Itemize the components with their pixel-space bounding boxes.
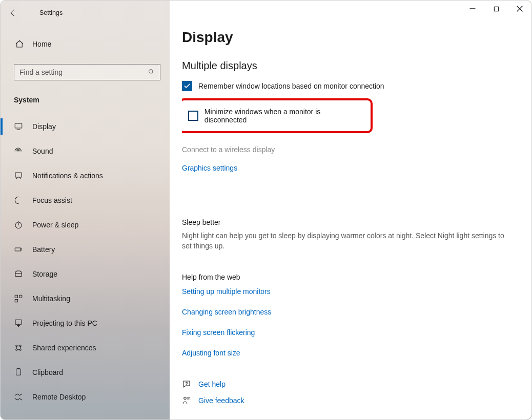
help-link[interactable]: Setting up multiple monitors bbox=[182, 287, 519, 296]
window-controls bbox=[461, 1, 531, 17]
get-help-row[interactable]: Get help bbox=[182, 380, 519, 389]
sidebar-home[interactable]: Home bbox=[1, 32, 170, 56]
nav-icon bbox=[14, 294, 23, 303]
help-link[interactable]: Changing screen brightness bbox=[182, 308, 519, 316]
nav-icon bbox=[14, 220, 23, 229]
nav-label: Sound bbox=[32, 147, 53, 155]
sidebar-item-battery[interactable]: Battery bbox=[1, 237, 170, 262]
section-multiple-displays: Multiple displays bbox=[182, 60, 519, 72]
svg-rect-8 bbox=[15, 320, 22, 324]
sidebar-item-remote-desktop[interactable]: Remote Desktop bbox=[1, 385, 170, 409]
nav-icon bbox=[14, 122, 23, 131]
back-button[interactable] bbox=[1, 1, 25, 25]
sidebar-item-projecting-to-this-pc[interactable]: Projecting to this PC bbox=[1, 311, 170, 335]
nav-label: Shared experiences bbox=[32, 344, 96, 352]
sidebar-item-sound[interactable]: Sound bbox=[1, 139, 170, 163]
nav-label: Clipboard bbox=[32, 368, 63, 376]
page-title: Display bbox=[182, 29, 519, 46]
sidebar-item-notifications-actions[interactable]: Notifications & actions bbox=[1, 163, 170, 188]
sidebar-item-focus-assist[interactable]: Focus assist bbox=[1, 188, 170, 213]
footer-links: Get help Give feedback bbox=[182, 380, 519, 405]
svg-point-16 bbox=[184, 397, 187, 400]
help-link[interactable]: Adjusting font size bbox=[182, 349, 519, 357]
give-feedback-row[interactable]: Give feedback bbox=[182, 396, 519, 405]
section-sleep-better: Sleep better bbox=[182, 218, 519, 226]
sidebar-item-display[interactable]: Display bbox=[1, 114, 170, 139]
nav-label: Display bbox=[32, 122, 56, 131]
checkbox-remember-locations[interactable]: Remember window locations based on monit… bbox=[182, 81, 519, 91]
search-box[interactable] bbox=[14, 64, 160, 80]
nav-icon bbox=[14, 171, 23, 180]
main-body: Display Multiple displays Remember windo… bbox=[182, 29, 519, 419]
nav-label: Projecting to this PC bbox=[32, 319, 97, 327]
svg-rect-1 bbox=[15, 123, 22, 128]
window-title: Settings bbox=[25, 9, 63, 16]
give-feedback-link[interactable]: Give feedback bbox=[198, 396, 244, 405]
sidebar-nav: DisplaySoundNotifications & actionsFocus… bbox=[1, 114, 170, 409]
checkbox-minimize-on-disconnect[interactable]: Minimize windows when a monitor is disco… bbox=[182, 98, 373, 133]
nav-icon bbox=[14, 245, 23, 254]
nav-label: Power & sleep bbox=[32, 221, 78, 229]
svg-rect-4 bbox=[15, 248, 21, 251]
maximize-button[interactable] bbox=[484, 1, 508, 17]
sidebar-body: Home System DisplaySoundNotifications & … bbox=[1, 25, 170, 419]
svg-rect-13 bbox=[16, 369, 21, 375]
nav-label: Remote Desktop bbox=[32, 393, 86, 401]
nav-label: Notifications & actions bbox=[32, 172, 103, 180]
sidebar-item-multitasking[interactable]: Multitasking bbox=[1, 286, 170, 311]
svg-rect-5 bbox=[15, 295, 17, 298]
get-help-link[interactable]: Get help bbox=[198, 380, 226, 388]
sleep-better-body: Night light can help you get to sleep by… bbox=[182, 230, 510, 251]
checkbox-icon bbox=[188, 111, 198, 121]
nav-icon bbox=[14, 343, 23, 352]
help-links: Setting up multiple monitorsChanging scr… bbox=[182, 285, 519, 362]
nav-label: Battery bbox=[32, 245, 55, 254]
checkbox-label: Remember window locations based on monit… bbox=[198, 82, 384, 90]
help-icon bbox=[182, 380, 191, 389]
sidebar-item-clipboard[interactable]: Clipboard bbox=[1, 360, 170, 385]
nav-label: Focus assist bbox=[32, 196, 72, 204]
svg-rect-2 bbox=[15, 173, 22, 177]
nav-icon bbox=[14, 319, 23, 328]
nav-icon bbox=[14, 368, 23, 377]
svg-rect-7 bbox=[15, 300, 17, 302]
nav-icon bbox=[14, 269, 23, 279]
nav-icon bbox=[14, 196, 23, 205]
minimize-button[interactable] bbox=[461, 1, 484, 17]
home-icon bbox=[15, 39, 24, 49]
connect-wireless-display: Connect to a wireless display bbox=[182, 145, 519, 154]
help-link[interactable]: Fixing screen flickering bbox=[182, 328, 519, 337]
nav-label: Storage bbox=[32, 270, 57, 278]
feedback-icon bbox=[182, 396, 191, 405]
section-help-from-web: Help from the web bbox=[182, 273, 519, 281]
search-input[interactable] bbox=[14, 64, 160, 80]
close-button[interactable] bbox=[508, 1, 531, 17]
home-label: Home bbox=[32, 40, 51, 48]
sidebar-category: System bbox=[1, 89, 170, 111]
sidebar-item-power-sleep[interactable]: Power & sleep bbox=[1, 213, 170, 237]
settings-window: Settings Home System DisplaySoundNotific… bbox=[0, 0, 532, 420]
nav-icon bbox=[14, 392, 23, 402]
sidebar: Settings Home System DisplaySoundNotific… bbox=[1, 1, 170, 419]
search-icon bbox=[148, 68, 155, 77]
nav-label: Multitasking bbox=[32, 295, 70, 303]
svg-rect-14 bbox=[494, 7, 498, 11]
checkbox-icon bbox=[182, 81, 192, 91]
svg-rect-6 bbox=[19, 295, 22, 298]
sidebar-item-storage[interactable]: Storage bbox=[1, 262, 170, 286]
titlebar-left: Settings bbox=[1, 1, 170, 25]
main-panel: Display Multiple displays Remember windo… bbox=[170, 1, 531, 419]
sidebar-item-shared-experiences[interactable]: Shared experiences bbox=[1, 335, 170, 360]
graphics-settings-link[interactable]: Graphics settings bbox=[182, 164, 237, 172]
checkbox-label: Minimize windows when a monitor is disco… bbox=[204, 108, 363, 124]
nav-icon bbox=[14, 146, 23, 156]
